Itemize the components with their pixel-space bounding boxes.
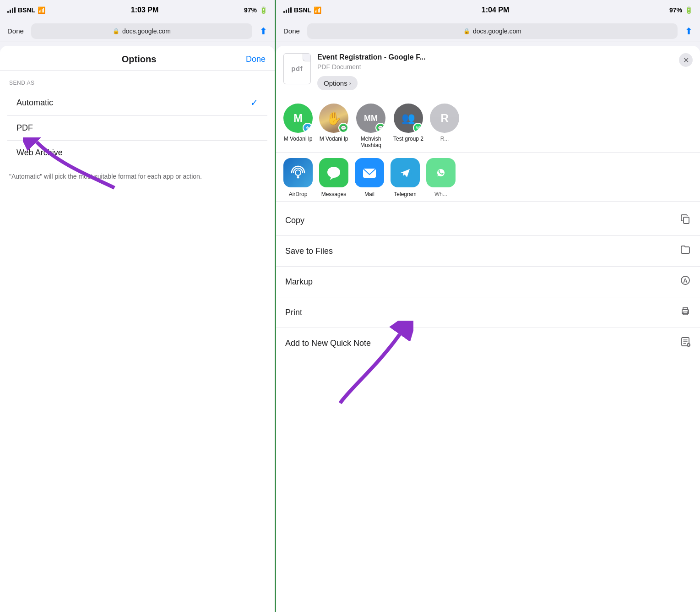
- contact-mehvish[interactable]: MM 💬 Mehvish Mushtaq: [355, 104, 387, 148]
- contact-initial-1: M: [293, 112, 303, 125]
- option-automatic[interactable]: Automatic ✓: [7, 90, 267, 116]
- left-share-icon[interactable]: ⬆: [260, 26, 267, 37]
- action-markup[interactable]: Markup A: [276, 267, 700, 297]
- right-time: 1:04 PM: [482, 6, 509, 14]
- contact-initial-3: MM: [364, 114, 378, 123]
- option-pdf-label: PDF: [16, 123, 33, 133]
- option-automatic-label: Automatic: [16, 98, 53, 108]
- contact-avatar-3: MM 💬: [356, 104, 385, 133]
- contact-avatar-1: M ✈: [283, 104, 313, 133]
- contact-initial-5: R: [440, 112, 448, 125]
- app-name-telegram: Telegram: [394, 191, 416, 197]
- close-icon: ✕: [683, 56, 689, 65]
- right-wifi-icon: 📶: [314, 6, 321, 14]
- contact-name-1: M Vodani lp: [284, 136, 313, 142]
- share-sheet: pdf Event Registration - Google F... PDF…: [276, 46, 700, 612]
- right-url-bar[interactable]: 🔒 docs.google.com: [307, 23, 678, 39]
- pdf-label-text: pdf: [292, 65, 303, 72]
- left-back-btn[interactable]: Done: [7, 27, 24, 35]
- contact-m-vodani-2[interactable]: 💬 M Vodani lp: [319, 104, 348, 148]
- share-file-name: Event Registration - Google F...: [317, 53, 673, 61]
- left-carrier: BSNL: [18, 6, 35, 14]
- actions-list: Copy Save to Files Mark: [276, 202, 700, 612]
- left-url-text: docs.google.com: [122, 27, 171, 35]
- contact-avatar-5: R: [430, 104, 459, 133]
- contact-badge-telegram-1: ✈: [303, 123, 313, 133]
- apps-row: AirDrop Messages: [276, 152, 700, 202]
- app-icon-messages: [319, 158, 348, 187]
- whatsapp-svg: [433, 164, 449, 181]
- app-messages[interactable]: Messages: [319, 158, 348, 197]
- left-wifi-icon: 📶: [38, 6, 45, 14]
- left-time: 1:03 PM: [131, 6, 158, 14]
- contact-partial-5[interactable]: R R...: [430, 104, 459, 148]
- share-file-info: Event Registration - Google F... PDF Doc…: [317, 53, 673, 90]
- app-mail[interactable]: Mail: [355, 158, 384, 197]
- left-lock-icon: 🔒: [113, 28, 119, 34]
- airdrop-svg: [290, 164, 306, 181]
- print-icon: [680, 306, 691, 319]
- svg-rect-8: [684, 217, 689, 224]
- options-sheet: Options Done SEND AS Automatic ✓ PDF Web…: [0, 46, 275, 612]
- right-back-btn[interactable]: Done: [283, 27, 300, 35]
- share-file-type: PDF Document: [317, 63, 673, 71]
- contact-avatar-4: 👥 W: [394, 104, 423, 133]
- contact-test-group[interactable]: 👥 W Test group 2: [393, 104, 423, 148]
- right-battery-pct: 97%: [669, 6, 682, 14]
- quick-note-icon: [680, 336, 691, 350]
- action-quick-note-label: Add to New Quick Note: [285, 339, 680, 348]
- contact-badge-whatsapp-4: W: [413, 123, 423, 133]
- contacts-row: M ✈ M Vodani lp 💬 M Vodani lp: [276, 96, 700, 152]
- left-battery-icon: 🔋: [260, 6, 267, 14]
- right-carrier-signal: BSNL 📶: [283, 6, 321, 14]
- mail-svg: [361, 164, 378, 181]
- contact-name-2: M Vodani lp: [320, 136, 348, 142]
- share-options-btn[interactable]: Options ›: [317, 76, 358, 90]
- action-print-label: Print: [285, 308, 680, 317]
- left-url-bar[interactable]: 🔒 docs.google.com: [31, 23, 252, 39]
- app-icon-mail: [355, 158, 384, 187]
- svg-text:A: A: [683, 277, 688, 284]
- action-quick-note[interactable]: Add to New Quick Note: [276, 328, 700, 358]
- pdf-icon-box: pdf: [283, 53, 311, 84]
- svg-point-13: [687, 311, 688, 311]
- signal-icon: [7, 7, 16, 13]
- right-panel: BSNL 📶 1:04 PM 97% 🔋 Done 🔒 docs.google.…: [275, 0, 700, 612]
- contact-m-vodani-1[interactable]: M ✈ M Vodani lp: [283, 104, 313, 148]
- contact-name-4: Test group 2: [393, 136, 423, 142]
- app-whatsapp[interactable]: Wh...: [426, 158, 456, 197]
- left-browser-bar: Done 🔒 docs.google.com ⬆: [0, 20, 275, 42]
- right-battery-area: 97% 🔋: [669, 6, 693, 14]
- app-airdrop[interactable]: AirDrop: [283, 158, 313, 197]
- right-lock-icon: 🔒: [463, 28, 470, 34]
- action-copy[interactable]: Copy: [276, 205, 700, 236]
- app-name-whatsapp: Wh...: [434, 191, 447, 197]
- action-print[interactable]: Print: [276, 297, 700, 328]
- share-close-btn[interactable]: ✕: [679, 53, 693, 67]
- options-hint: "Automatic" will pick the most suitable …: [0, 165, 275, 189]
- option-web-archive[interactable]: Web Archive: [7, 141, 267, 165]
- right-url-text: docs.google.com: [473, 27, 521, 35]
- contact-name-5: R...: [440, 136, 449, 142]
- options-title: Options: [32, 54, 246, 65]
- options-done-btn[interactable]: Done: [246, 55, 266, 64]
- option-pdf[interactable]: PDF: [7, 116, 267, 141]
- app-name-airdrop: AirDrop: [289, 191, 308, 197]
- telegram-svg: [397, 164, 413, 181]
- svg-rect-12: [683, 312, 688, 315]
- right-share-icon[interactable]: ⬆: [685, 26, 693, 37]
- action-save-files[interactable]: Save to Files: [276, 236, 700, 267]
- copy-icon: [680, 213, 691, 227]
- option-web-archive-label: Web Archive: [16, 148, 63, 158]
- send-as-label: SEND AS: [0, 71, 275, 90]
- right-browser-bar: Done 🔒 docs.google.com ⬆: [276, 20, 700, 42]
- save-files-icon: [680, 244, 691, 258]
- left-panel: BSNL 📶 1:03 PM 97% 🔋 Done 🔒 docs.google.…: [0, 0, 275, 612]
- svg-point-2: [297, 176, 299, 179]
- app-name-messages: Messages: [321, 191, 347, 197]
- action-copy-label: Copy: [285, 216, 680, 225]
- options-header: Options Done: [0, 46, 275, 71]
- contact-group-icon: 👥: [402, 112, 415, 125]
- options-btn-label: Options: [324, 79, 347, 87]
- app-telegram[interactable]: Telegram: [391, 158, 420, 197]
